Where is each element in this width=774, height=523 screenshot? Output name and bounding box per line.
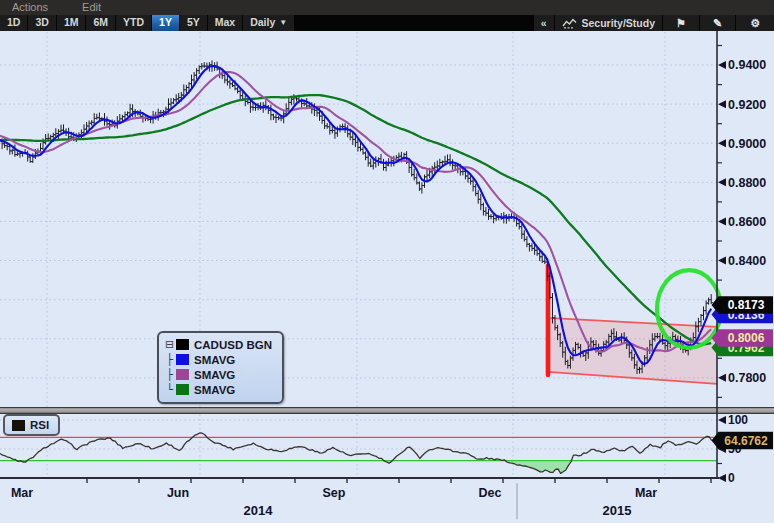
legend-label: SMAVG bbox=[194, 384, 235, 396]
series-swatch-price bbox=[176, 339, 189, 350]
series-swatch-smavg-green bbox=[176, 384, 189, 395]
svg-text:0.9400: 0.9400 bbox=[728, 58, 766, 72]
tree-branch-icon: ├ bbox=[164, 367, 175, 382]
svg-text:0.8400: 0.8400 bbox=[728, 254, 766, 268]
annotate-button[interactable]: ✎ bbox=[700, 15, 735, 31]
range-button-3d[interactable]: 3D bbox=[28, 15, 55, 31]
range-button-1d[interactable]: 1D bbox=[0, 15, 27, 31]
chart-line-icon bbox=[562, 18, 577, 29]
svg-text:0: 0 bbox=[728, 471, 735, 485]
svg-text:0.8800: 0.8800 bbox=[728, 176, 766, 190]
x-axis-year-label: 2014 bbox=[244, 503, 274, 518]
smavg-purple-value-tag: 0.8006 bbox=[712, 329, 774, 347]
flag-icon: ⚑ bbox=[676, 16, 686, 31]
range-button-5y[interactable]: 5Y bbox=[180, 15, 207, 31]
x-axis-year-label: 2015 bbox=[603, 503, 632, 518]
security-study-label: Security/Study bbox=[582, 16, 656, 31]
menu-bar: Actions Edit bbox=[0, 0, 774, 15]
series-swatch-smavg-purple bbox=[176, 369, 189, 380]
flag-button[interactable]: ⚑ bbox=[663, 15, 699, 31]
tree-branch-icon: ├ bbox=[164, 352, 175, 367]
collapse-panel-button[interactable]: « bbox=[534, 15, 554, 31]
settings-button[interactable]: ⚙ bbox=[736, 15, 774, 31]
security-study-button[interactable]: Security/Study bbox=[555, 15, 663, 31]
range-button-max[interactable]: Max bbox=[208, 15, 242, 31]
price-chart-svg[interactable]: 0.94000.92000.90000.88000.86000.84000.78… bbox=[0, 31, 774, 523]
svg-text:0.9000: 0.9000 bbox=[728, 137, 766, 151]
x-axis-month-label: Dec bbox=[479, 486, 502, 500]
legend-item-cadusd[interactable]: ⊟ CADUSD BGN bbox=[164, 337, 276, 352]
svg-text:0.8173: 0.8173 bbox=[728, 298, 765, 312]
menu-edit[interactable]: Edit bbox=[82, 0, 101, 15]
rsi-legend[interactable]: RSI bbox=[3, 414, 60, 436]
tree-end-icon: └ bbox=[164, 382, 175, 397]
period-label: Daily bbox=[250, 16, 275, 28]
range-button-1y[interactable]: 1Y bbox=[152, 15, 179, 31]
legend-label: CADUSD BGN bbox=[194, 339, 272, 351]
period-dropdown[interactable]: Daily▼ bbox=[243, 15, 294, 31]
chevron-down-icon: ▼ bbox=[279, 18, 287, 27]
range-button-6m[interactable]: 6M bbox=[86, 15, 115, 31]
rsi-swatch bbox=[12, 420, 25, 431]
x-axis-month-label: Sep bbox=[323, 486, 346, 500]
x-axis-month-label: Jun bbox=[167, 486, 189, 500]
legend-label: SMAVG bbox=[194, 369, 235, 381]
rsi-label: RSI bbox=[30, 419, 49, 431]
panel-separator[interactable] bbox=[0, 407, 774, 414]
toolbar: 1D 3D 1M 6M YTD 1Y 5Y Max Daily▼ « Secur… bbox=[0, 15, 774, 31]
pencil-icon: ✎ bbox=[713, 16, 722, 31]
svg-text:0.8006: 0.8006 bbox=[728, 331, 765, 345]
legend-item-smavg-purple[interactable]: ├ SMAVG bbox=[164, 367, 276, 382]
menu-actions[interactable]: Actions bbox=[12, 0, 48, 15]
x-axis-month-label: Mar bbox=[635, 486, 657, 500]
svg-text:64.6762: 64.6762 bbox=[724, 434, 768, 448]
last-price-tag: 0.8173 bbox=[712, 296, 774, 314]
range-button-1m[interactable]: 1M bbox=[57, 15, 86, 31]
series-swatch-smavg-blue bbox=[176, 354, 189, 365]
legend-item-smavg-blue[interactable]: ├ SMAVG bbox=[164, 352, 276, 367]
legend-label: SMAVG bbox=[194, 354, 235, 366]
rsi-value-tag: 64.6762 bbox=[712, 432, 774, 450]
chart-legend[interactable]: ⊟ CADUSD BGN ├ SMAVG ├ SMAVG └ SMAVG bbox=[157, 331, 284, 404]
gear-icon: ⚙ bbox=[750, 16, 760, 31]
svg-text:0.7800: 0.7800 bbox=[728, 371, 766, 385]
svg-text:100: 100 bbox=[728, 413, 748, 427]
svg-text:0.8600: 0.8600 bbox=[728, 215, 766, 229]
x-axis-month-label: Mar bbox=[11, 486, 33, 500]
svg-text:0.9200: 0.9200 bbox=[728, 98, 766, 112]
range-button-ytd[interactable]: YTD bbox=[116, 15, 151, 31]
legend-item-smavg-green[interactable]: └ SMAVG bbox=[164, 382, 276, 397]
tree-collapse-icon[interactable]: ⊟ bbox=[164, 337, 175, 352]
bloomberg-chart-window: Actions Edit 1D 3D 1M 6M YTD 1Y 5Y Max D… bbox=[0, 0, 774, 523]
